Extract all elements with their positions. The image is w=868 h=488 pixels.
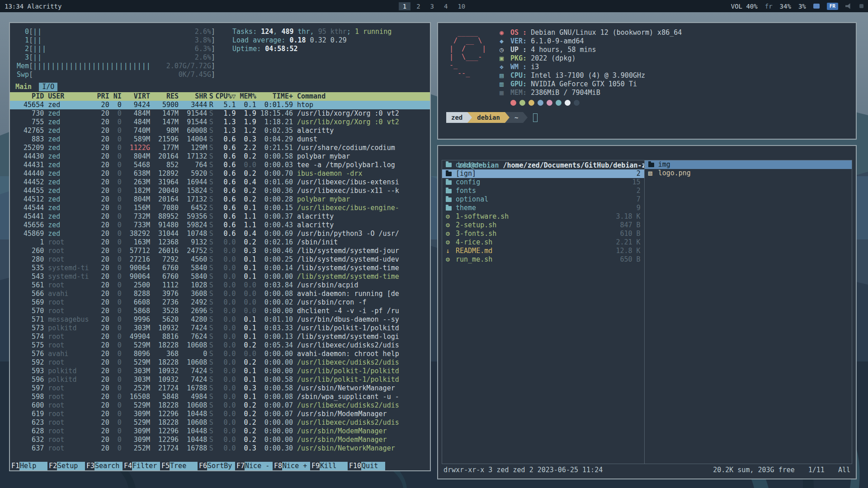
column-header-s[interactable]: S <box>207 92 215 101</box>
process-row-632[interactable]: 632root200309M1229610448S0.00.20:00.00/u… <box>10 436 430 444</box>
file-item-ign[interactable]: [ign]2 <box>442 169 644 178</box>
process-row-596[interactable]: 596polkitd200303M109327424S0.00.10:00.58… <box>10 375 430 384</box>
workspace-4[interactable]: 4 <box>440 2 452 10</box>
fkey-f8[interactable]: F8Nice + <box>273 462 310 470</box>
process-row-574[interactable]: 574root2004990488167624S0.00.10:00.13/li… <box>10 333 430 341</box>
meter-label: 1 <box>15 36 29 45</box>
file-item-theme[interactable]: theme9 <box>442 204 644 212</box>
column-header-res[interactable]: RES <box>150 92 179 101</box>
process-row-45869[interactable]: 45869zed200382923104410748S0.60.40:00.69… <box>10 230 430 238</box>
process-row-535[interactable]: 535systemd-ti2009006467605840S0.00.10:00… <box>10 264 430 272</box>
process-row-280[interactable]: 280root2002721672924560S0.00.10:00.25/li… <box>10 255 430 264</box>
column-header-mem[interactable]: MEM% <box>236 92 256 101</box>
process-row-573[interactable]: 573polkitd200303M109327424S0.00.10:03.33… <box>10 324 430 333</box>
process-row-637[interactable]: 637root200252M2172416788S0.00.30:00.30/u… <box>10 444 430 453</box>
fkey-f9[interactable]: F9Kill <box>310 462 348 470</box>
meter-3: 3[||2.6%] <box>15 53 215 62</box>
file-item-2-setup-sh[interactable]: ⚙2-setup.sh847 B <box>442 221 644 230</box>
process-row-575[interactable]: 575root200529M1822810608S0.00.20:05.34/u… <box>10 341 430 350</box>
process-row-619[interactable]: 619root200309M1229610448S0.00.20:00.07/u… <box>10 410 430 418</box>
workspace-2[interactable]: 2 <box>412 2 424 10</box>
fkey-f3[interactable]: F3Search <box>85 462 123 470</box>
file-info: 12.8 K <box>616 247 640 255</box>
process-row-598[interactable]: 598root2001650858484984S0.00.10:00.08/sb… <box>10 393 430 401</box>
process-row-25209[interactable]: 25209zed2001122G177M129MS0.62.20:21.51/u… <box>10 144 430 152</box>
file-item-fonts[interactable]: fonts2 <box>442 187 644 195</box>
process-row-592[interactable]: 592root200529M1822810608S0.00.20:00.00/u… <box>10 358 430 367</box>
tab-io[interactable]: I/O <box>39 83 57 91</box>
process-row-883[interactable]: 883zed200589M2159614004S0.60.30:04.29dun… <box>10 135 430 144</box>
workspace-10[interactable]: 10 <box>453 2 469 10</box>
process-row-44440[interactable]: 44440zed200638M128925920S0.60.20:00.70ib… <box>10 169 430 178</box>
file-item-1-software-sh[interactable]: ⚙1-software.sh3.18 K <box>442 212 644 221</box>
fkey-f4[interactable]: F4Filter <box>123 462 160 470</box>
process-row-566[interactable]: 566avahi200828839763608S0.00.00:00.08ava… <box>10 290 430 298</box>
fkey-f2[interactable]: F2Setup <box>47 462 85 470</box>
file-info: 847 B <box>620 221 641 230</box>
file-item-readme-md[interactable]: ↓README.md12.8 K <box>442 247 644 255</box>
process-row-543[interactable]: 543systemd-ti2009006467605840S0.00.10:00… <box>10 272 430 281</box>
process-row-623[interactable]: 623root200529M1822810608S0.00.20:00.00/u… <box>10 418 430 427</box>
column-header-cpu[interactable]: CPU%▽ <box>215 92 236 101</box>
process-row-600[interactable]: 600root200529M1822810608S0.00.20:00.07/u… <box>10 401 430 410</box>
file-item-4-rice-sh[interactable]: ⚙4-rice.sh2.21 K <box>442 238 644 247</box>
process-row-45441[interactable]: 45441zed200732M8895259356S0.61.10:00.37a… <box>10 212 430 221</box>
file-item-3-fonts-sh[interactable]: ⚙3-fonts.sh610 B <box>442 230 644 238</box>
column-header-virt[interactable]: VIRT <box>122 92 150 101</box>
fkey-bar: F1HelpF2SetupF3SearchF4FilterF5TreeF6Sor… <box>10 462 430 470</box>
process-row-45654[interactable]: 45654zed200942459003444R5.10.10:01.59hto… <box>10 101 430 109</box>
fetch-label: VER: <box>510 37 531 46</box>
meter-label: 0 <box>15 28 29 36</box>
column-header-user[interactable]: USER <box>44 92 93 101</box>
fkey-f6[interactable]: F6SortBy <box>198 462 235 470</box>
process-row-570[interactable]: 570root200586835282696S0.00.00:00.00dhcl… <box>10 307 430 315</box>
fkey-f5[interactable]: F5Tree <box>160 462 198 470</box>
column-header-ni[interactable]: NI <box>109 92 122 101</box>
fetch-gpu-row: ▥GPU: NVIDIA GeForce GTX 1050 Ti <box>500 80 849 89</box>
process-row-561[interactable]: 561root200250011121028S0.00.00:03.84/usr… <box>10 281 430 290</box>
process-row-44430[interactable]: 44430zed200804M2016417132S0.60.20:00.58p… <box>10 152 430 161</box>
file-item-img[interactable]: img <box>645 160 852 169</box>
workspace-3[interactable]: 3 <box>426 2 438 10</box>
process-row-597[interactable]: 597root200252M2172416788S0.00.30:00.58/u… <box>10 384 430 393</box>
column-header-shr[interactable]: SHR <box>179 92 207 101</box>
fm-size-summary: 20.2K sum, 203G free <box>713 466 795 474</box>
process-row-730[interactable]: 730zed200484M147M91544S1.91.918:15.46/us… <box>10 109 430 118</box>
process-row-44544[interactable]: 44544zed200156M70806452S0.60.10:00.15/us… <box>10 204 430 212</box>
fm-pane-tab[interactable]: debian~ <box>442 160 644 169</box>
file-item-config[interactable]: config15 <box>442 178 644 187</box>
file-item-logo-png[interactable]: ▧logo.png <box>645 169 852 178</box>
process-row-1[interactable]: 1root200163M123689132S0.00.20:02.16/sbin… <box>10 238 430 247</box>
fetch-label: UP : <box>510 46 531 54</box>
cpu-icon: ▤ <box>500 71 510 80</box>
file-item-optional[interactable]: optional7 <box>442 195 644 204</box>
tab-main[interactable]: Main <box>15 83 32 91</box>
column-header-pri[interactable]: PRI <box>93 92 109 101</box>
fkey-f1[interactable]: F1Help <box>10 462 47 470</box>
column-header-cmd[interactable]: Command <box>293 92 430 101</box>
fkey-f7[interactable]: F7Nice - <box>235 462 273 470</box>
workspace-1[interactable]: 1 <box>399 2 410 10</box>
process-row-44431[interactable]: 44431zed2005468852764S0.60.00:00.03tee -… <box>10 161 430 169</box>
terminal-cursor[interactable] <box>533 113 538 122</box>
terminal-color-dots <box>510 100 849 106</box>
color-dot <box>528 100 534 106</box>
process-row-628[interactable]: 628root200309M1229610448S0.00.20:00.00/u… <box>10 427 430 436</box>
file-item-run-me-sh[interactable]: ⚙run_me.sh650 B <box>442 255 644 264</box>
process-row-260[interactable]: 260root200577122601624752S0.00.30:00.46/… <box>10 247 430 255</box>
process-row-44512[interactable]: 44512zed200804M2016417132S0.60.20:00.28p… <box>10 195 430 204</box>
column-header-time[interactable]: TIME+ <box>256 92 293 101</box>
process-row-593[interactable]: 593polkitd200303M109327424S0.00.10:00.00… <box>10 367 430 375</box>
process-row-571[interactable]: 571messagebus200999656204280S0.00.10:01.… <box>10 315 430 324</box>
fetch-terminal-window: _____ / __ \ | / | | \___- -_ --_ ◉OS : … <box>437 22 857 140</box>
color-dot <box>565 100 571 106</box>
column-header-pid[interactable]: PID <box>15 92 44 101</box>
process-row-755[interactable]: 755zed200484M147M91544S1.31.91:18.21/usr… <box>10 118 430 127</box>
process-row-45656[interactable]: 45656zed200733M9148059824S0.61.10:00.43a… <box>10 221 430 230</box>
process-row-42765[interactable]: 42765zed200740M98M60008S1.31.20:02.35ala… <box>10 127 430 135</box>
fkey-f10[interactable]: F10Quit <box>348 462 385 470</box>
process-row-569[interactable]: 569root200660827362492S0.00.00:00.02/usr… <box>10 298 430 307</box>
process-row-44455[interactable]: 44455zed200182M2004015824S0.60.20:00.36/… <box>10 187 430 195</box>
process-row-576[interactable]: 576avahi20080963680S0.00.00:00.00avahi-d… <box>10 350 430 358</box>
process-row-44452[interactable]: 44452zed200263M3196416944S0.60.40:01.60/… <box>10 178 430 187</box>
